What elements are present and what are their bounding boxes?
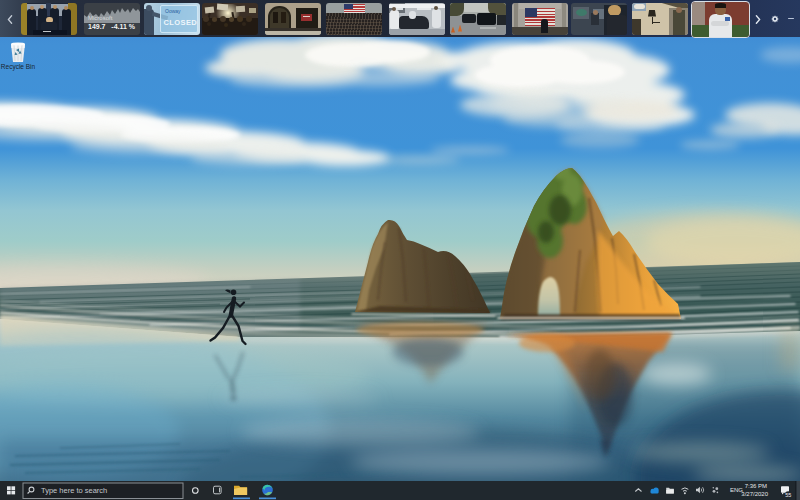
svg-text:7:36 PM: 7:36 PM bbox=[745, 483, 767, 489]
svg-text:55: 55 bbox=[785, 492, 791, 498]
svg-text:Type here to search: Type here to search bbox=[41, 486, 107, 495]
svg-text:3/27/2020: 3/27/2020 bbox=[741, 491, 768, 497]
